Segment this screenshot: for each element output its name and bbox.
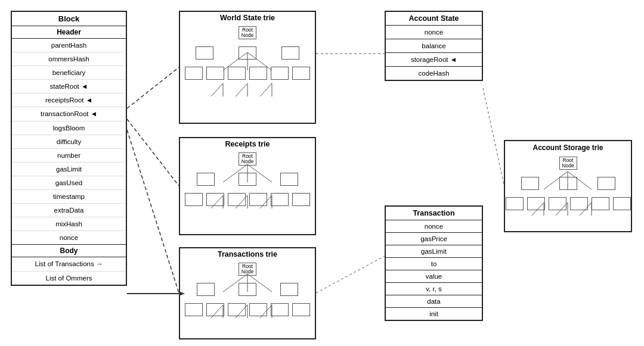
body-title: Body (12, 245, 126, 257)
svg-line-0 (127, 67, 179, 108)
svg-line-4 (483, 88, 504, 185)
field-logsBloom: logsBloom (12, 121, 126, 135)
receipts-trie-title: Receipts trie (180, 138, 315, 150)
storage-trie-l3-2 (527, 197, 545, 210)
field-number: number (12, 149, 126, 163)
storage-trie-l2-1 (521, 177, 539, 190)
field-transactionRoot: transactionRoot ◄ (12, 107, 126, 121)
field-gasUsed: gasUsed (12, 176, 126, 190)
storage-trie-tree: RootNode (505, 154, 631, 215)
storage-trie-l2-2 (559, 177, 577, 190)
account-storage-trie: Account Storage trie RootNode (504, 140, 632, 232)
world-trie-root: RootNode (239, 26, 256, 39)
transactions-trie-tree: RootNode (180, 260, 315, 321)
account-state-fields: nonce balance storageRoot ◄ codeHash (386, 25, 482, 80)
field-parentHash: parentHash (12, 39, 126, 52)
receipts-trie-l3-6 (292, 193, 310, 206)
field-mixHash: mixHash (12, 217, 126, 231)
receipts-trie-l3-4 (249, 193, 267, 206)
world-trie-l3-2 (206, 67, 224, 80)
block-title: Block (12, 12, 126, 26)
header-fields: parentHash ommersHash beneficiary stateR… (12, 39, 126, 245)
svg-line-5 (316, 256, 385, 293)
field-gasLimit: gasLimit (12, 163, 126, 176)
storage-trie-l2-3 (597, 177, 615, 190)
acct-balance: balance (386, 39, 482, 52)
receipts-trie-l2-2 (239, 173, 256, 186)
receipts-trie-l2-1 (197, 173, 215, 186)
receipts-trie-l3-1 (185, 193, 203, 206)
transaction-title: Transaction (386, 207, 482, 220)
world-trie-l2-2 (239, 46, 256, 60)
tx-gasLimit: gasLimit (386, 245, 482, 257)
field-list-ommers: List of Ommers (12, 272, 126, 285)
acct-codeHash: codeHash (386, 66, 482, 80)
world-state-trie-tree: RootNode (180, 24, 315, 85)
tx-trie-l2-2 (239, 283, 256, 296)
transactions-trie-root: RootNode (239, 263, 256, 276)
tx-to: to (386, 257, 482, 270)
receipts-trie: Receipts trie RootNode (179, 137, 316, 235)
field-receiptsRoot: receiptsRoot ◄ (12, 93, 126, 107)
world-trie-l3-6 (292, 67, 310, 80)
transaction-box: Transaction nonce gasPrice gasLimit to v… (385, 205, 483, 321)
transactions-trie-title: Transactions trie (180, 248, 315, 260)
tx-value: value (386, 270, 482, 282)
tx-vrs: v, r, s (386, 282, 482, 295)
field-stateRoot: stateRoot ◄ (12, 80, 126, 93)
transaction-fields: nonce gasPrice gasLimit to value v, r, s… (386, 220, 482, 320)
tx-trie-l3-4 (249, 303, 267, 316)
field-extraData: extraData (12, 204, 126, 217)
receipts-trie-l2-3 (280, 173, 298, 186)
world-trie-l3-3 (228, 67, 246, 80)
tx-trie-l2-3 (280, 283, 298, 296)
storage-trie-l3-1 (506, 197, 524, 210)
field-ommersHash: ommersHash (12, 52, 126, 66)
field-nonce: nonce (12, 231, 126, 244)
tx-gasPrice: gasPrice (386, 232, 482, 245)
tx-nonce: nonce (386, 220, 482, 232)
account-state-title: Account State (386, 12, 482, 25)
storage-trie-l3-5 (592, 197, 609, 210)
tx-data: data (386, 295, 482, 307)
account-state-box: Account State nonce balance storageRoot … (385, 11, 483, 81)
tx-trie-l3-3 (228, 303, 246, 316)
acct-nonce: nonce (386, 25, 482, 39)
acct-storageRoot: storageRoot ◄ (386, 52, 482, 66)
world-state-trie: World State trie RootNode (179, 11, 316, 124)
field-beneficiary: beneficiary (12, 66, 126, 80)
transactions-trie: Transactions trie RootNode (179, 247, 316, 339)
world-trie-l3-4 (249, 67, 267, 80)
tx-init: init (386, 307, 482, 320)
receipts-trie-l3-5 (271, 193, 289, 206)
account-storage-trie-title: Account Storage trie (505, 141, 631, 154)
receipts-trie-l3-2 (206, 193, 224, 206)
field-timestamp: timestamp (12, 190, 126, 204)
tx-trie-l3-6 (292, 303, 310, 316)
receipts-trie-tree: RootNode (180, 150, 315, 211)
svg-line-1 (127, 119, 179, 186)
tx-trie-l3-1 (185, 303, 203, 316)
world-state-trie-title: World State trie (180, 12, 315, 24)
storage-trie-l3-4 (570, 197, 588, 210)
world-trie-l2-1 (196, 46, 213, 60)
receipts-trie-l3-3 (228, 193, 246, 206)
tx-trie-l3-5 (271, 303, 289, 316)
storage-trie-l3-3 (549, 197, 566, 210)
world-trie-l3-1 (185, 67, 203, 80)
tx-trie-l2-1 (197, 283, 215, 296)
block-panel: Block Header parentHash ommersHash benef… (11, 11, 127, 286)
svg-line-2 (127, 130, 179, 293)
world-trie-l3-5 (271, 67, 289, 80)
storage-trie-l3-6 (613, 197, 631, 210)
field-difficulty: difficulty (12, 135, 126, 149)
world-trie-l2-3 (281, 46, 299, 60)
field-list-transactions: List of Transactions → (12, 257, 126, 271)
body-fields: List of Transactions → List of Ommers (12, 257, 126, 284)
receipts-trie-root: RootNode (239, 152, 256, 166)
tx-trie-l3-2 (206, 303, 224, 316)
header-title: Header (12, 26, 126, 39)
storage-trie-root: RootNode (559, 157, 577, 170)
